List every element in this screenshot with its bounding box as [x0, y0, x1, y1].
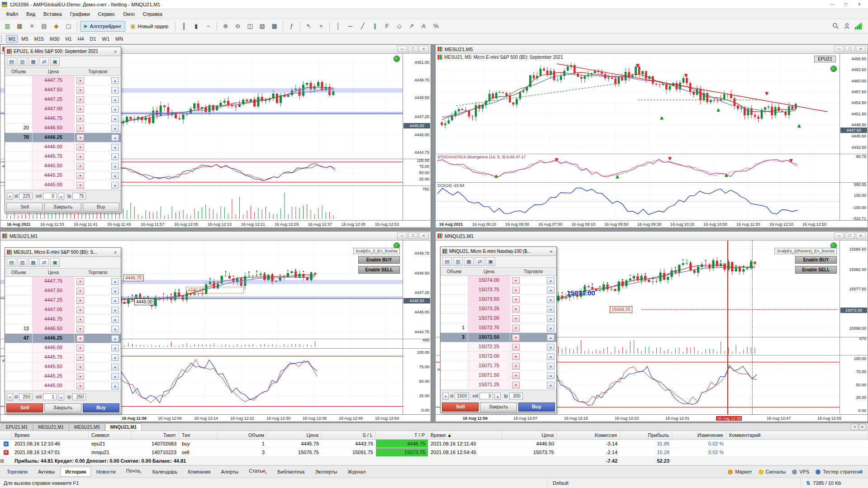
- close-button[interactable]: ×: [856, 232, 866, 239]
- dom-titlebar[interactable]: MNQU21, Micro E-mini Nasdaq-100 ($...×: [441, 247, 556, 256]
- dropdown-icon[interactable]: ▾: [7, 193, 13, 200]
- minimize-button[interactable]: ─: [834, 46, 844, 52]
- history-col-0[interactable]: [0, 431, 12, 439]
- buy-order-button[interactable]: ▴: [111, 354, 119, 361]
- pane-separator[interactable]: [436, 154, 868, 154]
- minimize-button[interactable]: ─: [397, 46, 407, 52]
- buy-button[interactable]: Buy: [83, 403, 119, 412]
- dom-row[interactable]: 4445.75▾▴: [5, 152, 121, 161]
- sell-order-button[interactable]: ▾: [76, 106, 84, 113]
- timeframe-H4[interactable]: H4: [75, 35, 86, 43]
- sell-order-button[interactable]: ▾: [512, 353, 520, 360]
- window-tab-MESU21,M1[interactable]: MESU21,M1: [33, 423, 69, 431]
- dom-row[interactable]: 315072.50▾▴: [441, 333, 556, 342]
- sell-order-button[interactable]: ▾: [76, 134, 84, 141]
- restore-button[interactable]: □: [845, 232, 855, 239]
- sell-order-button[interactable]: ▾: [76, 87, 84, 94]
- history-col-14[interactable]: Комментарий: [726, 431, 868, 439]
- sell-order-button[interactable]: ▾: [76, 335, 84, 342]
- buy-order-button[interactable]: ▴: [547, 334, 555, 341]
- volume-input[interactable]: 0: [43, 193, 57, 199]
- menu-1[interactable]: Вид: [22, 10, 39, 18]
- buy-order-button[interactable]: ▴: [111, 335, 119, 342]
- buy-order-button[interactable]: ▴: [111, 182, 119, 189]
- sell-order-button[interactable]: ▾: [512, 287, 520, 294]
- sell-order-button[interactable]: ▾: [76, 278, 84, 285]
- fibonacci-icon[interactable]: F: [381, 21, 393, 32]
- dom-row[interactable]: 204446.50▾▴: [5, 123, 121, 133]
- enable-sell-button[interactable]: Enable SELL: [795, 266, 837, 274]
- new-order-button[interactable]: ▣Новый ордер: [126, 21, 172, 32]
- buy-order-button[interactable]: ▴: [111, 288, 119, 294]
- arrows-icon[interactable]: ↗: [406, 21, 417, 32]
- cascade-windows-icon[interactable]: ▧: [256, 21, 268, 32]
- timeframe-M5[interactable]: M5: [19, 35, 31, 43]
- sell-order-button[interactable]: ▾: [512, 296, 520, 303]
- enable-sell-button[interactable]: Enable SELL: [358, 266, 400, 274]
- spinner-up-icon[interactable]: ▴: [58, 393, 64, 401]
- settings-icon[interactable]: ▣: [50, 258, 60, 267]
- algotrading-toggle[interactable]: ▶Алготрейдинг: [80, 21, 125, 32]
- data-window-icon[interactable]: ▤: [38, 21, 50, 32]
- dom-row[interactable]: 4445.00▾▴: [5, 180, 121, 190]
- history-header[interactable]: ВремяСимволТикетТипОбъемЦенаS / LT / PВр…: [0, 431, 868, 440]
- sell-order-button[interactable]: ▾: [76, 288, 84, 294]
- tp-input[interactable]: 75: [72, 193, 86, 199]
- flip-icon[interactable]: ⇄: [39, 57, 49, 66]
- tab-История[interactable]: История: [60, 467, 91, 477]
- timeframe-M1[interactable]: M1: [6, 35, 18, 43]
- tab-Почта[interactable]: Почта7: [121, 466, 147, 477]
- zoom-in-icon[interactable]: ⊕: [220, 21, 231, 32]
- zoom-out-icon[interactable]: ⊖: [232, 21, 243, 32]
- dom-row[interactable]: 15072.25▾▴: [441, 342, 556, 352]
- window-tab-EPU21,M1[interactable]: EPU21,M1: [1, 423, 33, 431]
- selection-vertical-line[interactable]: [752, 241, 753, 414]
- sell-order-button[interactable]: ▾: [76, 354, 84, 361]
- buy-order-button[interactable]: ▴: [111, 297, 119, 304]
- tab-Новости[interactable]: Новости: [91, 467, 121, 477]
- market-watch-icon[interactable]: ≡: [26, 21, 38, 32]
- dom-row[interactable]: 15073.75▾▴: [441, 285, 556, 295]
- tab-Алерты[interactable]: Алерты: [216, 467, 244, 477]
- history-col-13[interactable]: Изменение: [672, 431, 726, 439]
- buy-order-button[interactable]: ▴: [547, 325, 555, 332]
- bars-icon[interactable]: ║: [178, 21, 190, 32]
- buy-order-button[interactable]: ▴: [111, 153, 119, 160]
- sell-button[interactable]: Sell: [442, 403, 479, 412]
- object-badge[interactable]: EPU21: [814, 56, 836, 62]
- dom-row[interactable]: 4447.75▾▴: [5, 277, 121, 286]
- timeframe-MN[interactable]: MN: [113, 35, 126, 43]
- buy-order-button[interactable]: ▴: [111, 172, 119, 179]
- service-vps[interactable]: VPS: [792, 469, 809, 474]
- menu-2[interactable]: Вставка: [39, 10, 66, 18]
- timeframe-D1[interactable]: D1: [87, 35, 99, 43]
- menu-5[interactable]: Окно: [119, 10, 139, 18]
- restore-button[interactable]: □: [408, 46, 418, 52]
- price-scale[interactable]: [403, 241, 431, 414]
- service-strategy-tester[interactable]: Тестер стратегий: [816, 469, 863, 474]
- sell-order-button[interactable]: ▾: [76, 316, 84, 323]
- history-col-7[interactable]: S / L: [322, 431, 376, 439]
- dom-row[interactable]: 15074.00▾▴: [441, 276, 556, 285]
- history-col-9[interactable]: Время ▲: [428, 431, 503, 439]
- close-button[interactable]: ×: [419, 232, 429, 239]
- dom-row[interactable]: 474446.25▾▴: [5, 334, 121, 343]
- sell-order-button[interactable]: ▾: [512, 363, 520, 370]
- vertical-line-icon[interactable]: │: [332, 21, 344, 32]
- time-axis[interactable]: [436, 414, 868, 422]
- shapes-icon[interactable]: ◇: [394, 21, 405, 32]
- restore-button[interactable]: □: [845, 46, 855, 52]
- chart-body[interactable]: 4466.504463.504460.504457.504454.504451.…: [436, 54, 868, 227]
- tp-input[interactable]: 250: [72, 393, 86, 400]
- buy-order-button[interactable]: ▴: [547, 363, 555, 370]
- buy-order-button[interactable]: ▴: [111, 316, 119, 323]
- settings-icon[interactable]: ▣: [486, 257, 495, 266]
- sell-order-button[interactable]: ▾: [512, 277, 520, 284]
- channel-icon[interactable]: ∥: [369, 21, 380, 32]
- dom-row[interactable]: 15071.25▾▴: [441, 380, 556, 390]
- dom-row[interactable]: 4447.00▾▴: [5, 104, 121, 114]
- dom-row[interactable]: 4445.50▾▴: [5, 161, 121, 171]
- buy-order-button[interactable]: ▴: [547, 315, 555, 322]
- minimize-button[interactable]: ─: [397, 232, 407, 239]
- ea-active-icon[interactable]: [830, 66, 837, 72]
